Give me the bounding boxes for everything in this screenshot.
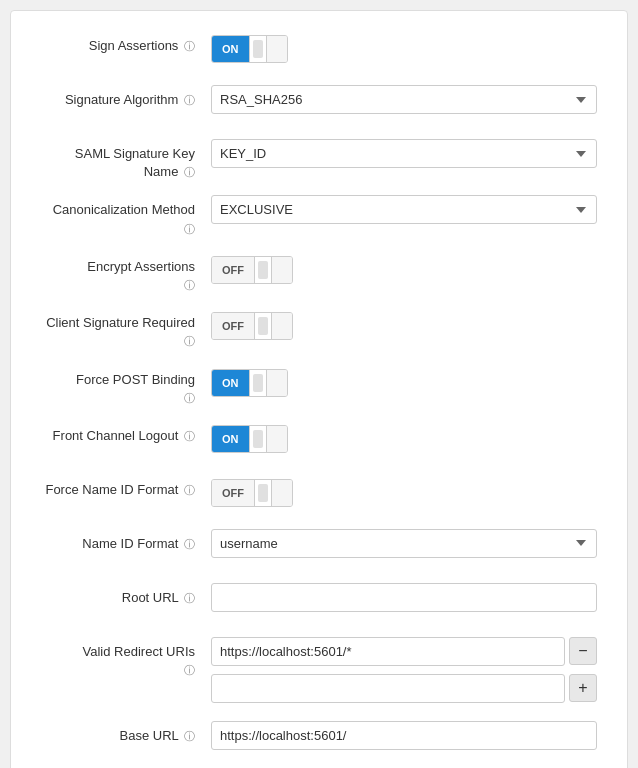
encrypt-assertions-label: Encrypt Assertions ⓘ (41, 252, 211, 294)
name-id-format-help-icon[interactable]: ⓘ (184, 538, 195, 550)
signature-algorithm-label: Signature Algorithm ⓘ (41, 85, 211, 109)
encrypt-assertions-row: Encrypt Assertions ⓘ OFF (41, 252, 597, 294)
root-url-input[interactable] (211, 583, 597, 612)
valid-redirect-uris-row: Valid Redirect URIs ⓘ − + (41, 637, 597, 707)
saml-key-name-help-icon[interactable]: ⓘ (184, 166, 195, 178)
front-channel-logout-row: Front Channel Logout ⓘ ON (41, 421, 597, 461)
name-id-format-label: Name ID Format ⓘ (41, 529, 211, 553)
client-sig-help-icon[interactable]: ⓘ (184, 335, 195, 347)
root-url-row: Root URL ⓘ (41, 583, 597, 623)
toggle-knob2 (254, 313, 272, 339)
toggle-knob3 (249, 370, 267, 396)
signature-algorithm-help-icon[interactable]: ⓘ (184, 94, 195, 106)
force-name-id-format-toggle[interactable]: OFF (211, 479, 293, 507)
force-post-binding-toggle[interactable]: ON (211, 369, 288, 397)
signature-algorithm-select[interactable]: RSA_SHA256 RSA_SHA1 RSA_SHA512 DSA_SHA1 (211, 85, 597, 114)
toggle-off-area (267, 36, 287, 62)
front-channel-logout-toggle[interactable]: ON (211, 425, 288, 453)
root-url-label: Root URL ⓘ (41, 583, 211, 607)
front-channel-logout-label: Front Channel Logout ⓘ (41, 421, 211, 445)
settings-card: Sign Assertions ⓘ ON Signature Algorithm… (10, 10, 628, 768)
base-url-row: Base URL ⓘ (41, 721, 597, 761)
sign-assertions-label: Sign Assertions ⓘ (41, 31, 211, 55)
toggle-off-label3: OFF (212, 480, 254, 506)
sign-assertions-row: Sign Assertions ⓘ ON (41, 31, 597, 71)
saml-signature-key-name-row: SAML Signature Key Name ⓘ KEY_ID CERT_SU… (41, 139, 597, 181)
remove-redirect-uri-button[interactable]: − (569, 637, 597, 665)
redirect-uri-entry-0: − (211, 637, 597, 666)
name-id-format-select[interactable]: username email transient persistent (211, 529, 597, 558)
name-id-format-row: Name ID Format ⓘ username email transien… (41, 529, 597, 569)
sign-assertions-toggle[interactable]: ON (211, 35, 288, 63)
canonicalization-help-icon[interactable]: ⓘ (184, 223, 195, 235)
base-url-help-icon[interactable]: ⓘ (184, 730, 195, 742)
saml-signature-key-name-select[interactable]: KEY_ID CERT_SUBJECT NONE (211, 139, 597, 168)
toggle-off-right4 (267, 426, 287, 452)
force-name-id-format-row: Force Name ID Format ⓘ OFF (41, 475, 597, 515)
toggle-off-right3 (267, 370, 287, 396)
toggle-knob4 (249, 426, 267, 452)
root-url-help-icon[interactable]: ⓘ (184, 592, 195, 604)
redirect-uri-input-0[interactable] (211, 637, 565, 666)
force-post-help-icon[interactable]: ⓘ (184, 392, 195, 404)
toggle-off-right2 (272, 313, 292, 339)
toggle-on-label2: ON (212, 370, 249, 396)
saml-signature-key-name-label: SAML Signature Key Name ⓘ (41, 139, 211, 181)
base-url-input[interactable] (211, 721, 597, 750)
sign-assertions-help-icon[interactable]: ⓘ (184, 40, 195, 52)
encrypt-assertions-toggle[interactable]: OFF (211, 256, 293, 284)
base-url-label: Base URL ⓘ (41, 721, 211, 745)
toggle-knob (249, 36, 267, 62)
add-redirect-uri-button[interactable]: + (569, 674, 597, 702)
canonicalization-method-row: Canonicalization Method ⓘ EXCLUSIVE EXCL… (41, 195, 597, 237)
front-channel-help-icon[interactable]: ⓘ (184, 430, 195, 442)
force-name-id-format-label: Force Name ID Format ⓘ (41, 475, 211, 499)
toggle-knob (254, 257, 272, 283)
redirect-uri-input-new[interactable] (211, 674, 565, 703)
force-name-id-help-icon[interactable]: ⓘ (184, 484, 195, 496)
canonicalization-method-select[interactable]: EXCLUSIVE EXCLUSIVE_WITH_COMMENTS INCLUS… (211, 195, 597, 224)
redirect-uri-add-row: + (211, 674, 597, 703)
toggle-off-label2: OFF (212, 313, 254, 339)
toggle-knob5 (254, 480, 272, 506)
canonicalization-method-label: Canonicalization Method ⓘ (41, 195, 211, 237)
force-post-binding-label: Force POST Binding ⓘ (41, 365, 211, 407)
valid-redirect-uris-help-icon[interactable]: ⓘ (184, 664, 195, 676)
toggle-off-right5 (272, 480, 292, 506)
force-post-binding-row: Force POST Binding ⓘ ON (41, 365, 597, 407)
signature-algorithm-row: Signature Algorithm ⓘ RSA_SHA256 RSA_SHA… (41, 85, 597, 125)
client-signature-required-toggle[interactable]: OFF (211, 312, 293, 340)
toggle-off-right (272, 257, 292, 283)
encrypt-assertions-help-icon[interactable]: ⓘ (184, 279, 195, 291)
client-signature-required-label: Client Signature Required ⓘ (41, 308, 211, 350)
valid-redirect-uris-label: Valid Redirect URIs ⓘ (41, 637, 211, 679)
toggle-on-label: ON (212, 36, 249, 62)
toggle-off-label: OFF (212, 257, 254, 283)
toggle-on-label3: ON (212, 426, 249, 452)
client-signature-required-row: Client Signature Required ⓘ OFF (41, 308, 597, 350)
